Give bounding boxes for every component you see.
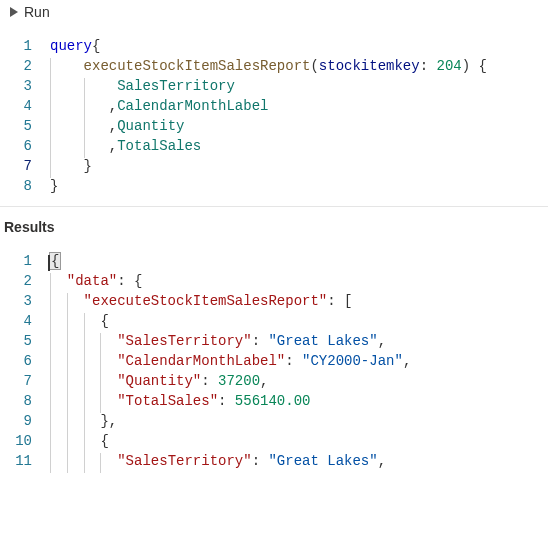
token: "CY2000-Jan" [302,353,403,369]
results-editor[interactable]: 1{2 "data": {3 "executeStockItemSalesRep… [0,241,548,481]
code-line[interactable]: 10 { [0,431,548,451]
token: "SalesTerritory" [117,333,251,349]
token: : [218,393,235,409]
token: } [100,413,108,429]
code-content[interactable]: SalesTerritory [50,76,548,96]
gutter-line-number: 10 [0,431,50,451]
gutter-line-number: 6 [0,351,50,371]
gutter-line-number: 8 [0,391,50,411]
divider [0,206,548,207]
code-content[interactable]: executeStockItemSalesReport(stockitemkey… [50,56,548,76]
code-line[interactable]: 5 "SalesTerritory": "Great Lakes", [0,331,548,351]
token: , [109,413,117,429]
code-content[interactable]: } [50,176,548,196]
token: 204 [437,58,462,74]
code-line[interactable]: 7 "Quantity": 37200, [0,371,548,391]
token: 37200 [218,373,260,389]
token: } [84,158,92,174]
token: CalendarMonthLabel [117,98,268,114]
code-line[interactable]: 9 }, [0,411,548,431]
token [50,273,67,289]
gutter-line-number: 8 [0,176,50,196]
token: "Great Lakes" [268,333,377,349]
token: : [420,58,437,74]
token [50,313,100,329]
gutter-line-number: 5 [0,331,50,351]
code-line[interactable]: 6 "CalendarMonthLabel": "CY2000-Jan", [0,351,548,371]
code-line[interactable]: 8} [0,176,548,196]
token: : [201,373,218,389]
code-line[interactable]: 2 "data": { [0,271,548,291]
gutter-line-number: 6 [0,136,50,156]
token: "CalendarMonthLabel" [117,353,285,369]
token: { [92,38,100,54]
token: Quantity [117,118,184,134]
gutter-line-number: 4 [0,311,50,331]
code-line[interactable]: 3 "executeStockItemSalesReport": [ [0,291,548,311]
code-line[interactable]: 6 ,TotalSales [0,136,548,156]
code-content[interactable]: { [50,311,548,331]
code-line[interactable]: 11 "SalesTerritory": "Great Lakes", [0,451,548,471]
token: "Great Lakes" [268,453,377,469]
code-content[interactable]: "SalesTerritory": "Great Lakes", [50,451,548,471]
token [50,158,84,174]
gutter-line-number: 4 [0,96,50,116]
gutter-line-number: 11 [0,451,50,471]
token: ) { [462,58,487,74]
gutter-line-number: 5 [0,116,50,136]
query-editor[interactable]: 1query{2 executeStockItemSalesReport(sto… [0,26,548,206]
code-line[interactable]: 3 SalesTerritory [0,76,548,96]
code-line[interactable]: 7 } [0,156,548,176]
token: , [378,453,386,469]
gutter-line-number: 1 [0,251,50,271]
token: 556140.00 [235,393,311,409]
token: SalesTerritory [117,78,235,94]
code-line[interactable]: 2 executeStockItemSalesReport(stockitemk… [0,56,548,76]
code-line[interactable]: 1query{ [0,36,548,56]
token: { [100,313,108,329]
code-content[interactable]: "SalesTerritory": "Great Lakes", [50,331,548,351]
run-label: Run [24,4,50,20]
token: : [ [327,293,352,309]
token: "TotalSales" [117,393,218,409]
token: : [252,333,269,349]
token: query [50,38,92,54]
token: "executeStockItemSalesReport" [84,293,328,309]
code-content[interactable]: }, [50,411,548,431]
token: executeStockItemSalesReport [84,58,311,74]
token: , [378,333,386,349]
code-line[interactable]: 8 "TotalSales": 556140.00 [0,391,548,411]
code-content[interactable]: "executeStockItemSalesReport": [ [50,291,548,311]
gutter-line-number: 3 [0,291,50,311]
code-content[interactable]: ,Quantity [50,116,548,136]
code-line[interactable]: 4 { [0,311,548,331]
code-line[interactable]: 5 ,Quantity [0,116,548,136]
code-content[interactable]: { [50,251,548,271]
run-button[interactable]: Run [10,4,50,20]
code-content[interactable]: "TotalSales": 556140.00 [50,391,548,411]
gutter-line-number: 7 [0,371,50,391]
results-header: Results [0,211,548,241]
code-content[interactable]: "Quantity": 37200, [50,371,548,391]
token [50,58,84,74]
token: "Quantity" [117,373,201,389]
code-content[interactable]: query{ [50,36,548,56]
code-content[interactable]: } [50,156,548,176]
token [50,413,100,429]
code-content[interactable]: "data": { [50,271,548,291]
code-line[interactable]: 1{ [0,251,548,271]
code-content[interactable]: ,TotalSales [50,136,548,156]
gutter-line-number: 7 [0,156,50,176]
gutter-line-number: 9 [0,411,50,431]
gutter-line-number: 3 [0,76,50,96]
token: { [50,253,60,269]
token: , [260,373,268,389]
token: stockitemkey [319,58,420,74]
toolbar: Run [0,0,548,26]
code-content[interactable]: ,CalendarMonthLabel [50,96,548,116]
code-content[interactable]: { [50,431,548,451]
token: TotalSales [117,138,201,154]
code-content[interactable]: "CalendarMonthLabel": "CY2000-Jan", [50,351,548,371]
code-line[interactable]: 4 ,CalendarMonthLabel [0,96,548,116]
token: : { [117,273,142,289]
